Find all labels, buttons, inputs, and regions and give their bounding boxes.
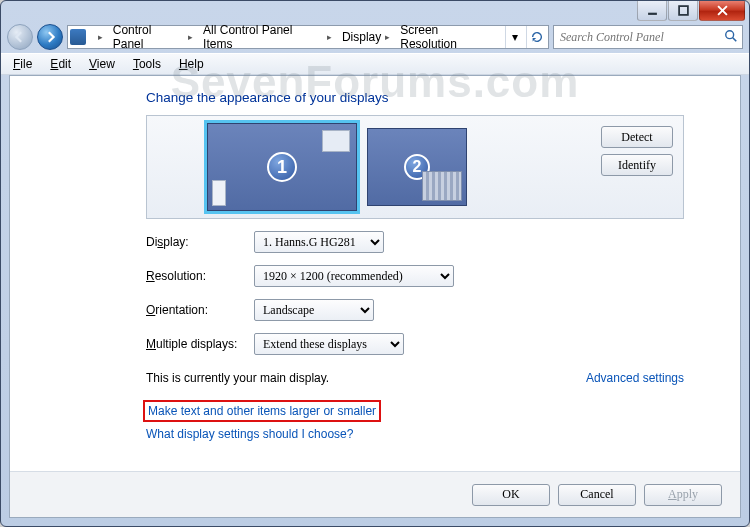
resolution-select[interactable]: 1920 × 1200 (recommended) [254,265,454,287]
svg-point-2 [726,30,734,38]
cancel-button[interactable]: Cancel [558,484,636,506]
dialog-footer: OK Cancel Apply [10,471,740,517]
highlight-box: Make text and other items larger or smal… [146,403,378,419]
menu-help[interactable]: Help [171,55,212,73]
display-label: Display: [146,235,246,249]
minimize-button[interactable] [637,1,667,21]
address-bar: ▸ Control Panel▸ All Control Panel Items… [1,21,749,53]
menu-tools[interactable]: Tools [125,55,169,73]
close-button[interactable] [699,1,745,21]
orientation-label: Orientation: [146,303,246,317]
breadcrumb-item[interactable]: All Control Panel Items▸ [199,26,336,48]
titlebar [1,1,749,21]
text-size-link[interactable]: Make text and other items larger or smal… [148,404,376,418]
identify-button[interactable]: Identify [601,154,673,176]
menu-bar: File Edit View Tools Help [1,53,749,75]
search-box[interactable] [553,25,743,49]
resolution-label: Resolution: [146,269,246,283]
control-panel-window: ▸ Control Panel▸ All Control Panel Items… [0,0,750,527]
nav-forward-button[interactable] [37,24,63,50]
svg-rect-0 [648,13,657,15]
menu-file[interactable]: File [5,55,40,73]
breadcrumb-item[interactable]: Screen Resolution [396,26,500,48]
breadcrumb-item[interactable]: Control Panel▸ [109,26,197,48]
breadcrumb-bar[interactable]: ▸ Control Panel▸ All Control Panel Items… [67,25,549,49]
monitor-number: 1 [267,152,297,182]
menu-edit[interactable]: Edit [42,55,79,73]
menu-view[interactable]: View [81,55,123,73]
detect-button[interactable]: Detect [601,126,673,148]
orientation-select[interactable]: Landscape [254,299,374,321]
multiple-displays-select[interactable]: Extend these displays [254,333,404,355]
maximize-button[interactable] [668,1,698,21]
nav-back-button[interactable] [7,24,33,50]
breadcrumb-label: Screen Resolution [400,23,496,51]
monitor-1[interactable]: 1 [207,123,357,211]
advanced-settings-link[interactable]: Advanced settings [586,371,684,385]
sidebar-thumbnail-icon [212,180,226,206]
window-thumbnail-icon [322,130,350,152]
search-icon[interactable] [724,29,738,46]
breadcrumb-label: Display [342,30,381,44]
search-input[interactable] [558,29,720,46]
display-select[interactable]: 1. Hanns.G HG281 [254,231,384,253]
multiple-displays-label: Multiple displays: [146,337,246,351]
calendar-gadget-icon [422,171,462,201]
ok-button[interactable]: OK [472,484,550,506]
page-heading: Change the appearance of your displays [146,90,684,105]
display-preview-panel: 1 2 Detect Identify [146,115,684,219]
refresh-button[interactable] [526,26,546,48]
breadcrumb-label: Control Panel [113,23,184,51]
help-link[interactable]: What display settings should I choose? [146,427,353,441]
control-panel-icon [70,29,86,45]
client-area: Change the appearance of your displays 1… [9,75,741,518]
path-dropdown-button[interactable]: ▾ [505,26,525,48]
apply-button[interactable]: Apply [644,484,722,506]
monitor-2[interactable]: 2 [367,128,467,206]
main-display-note: This is currently your main display. Adv… [146,371,684,385]
breadcrumb-item[interactable]: Display▸ [338,26,394,48]
svg-rect-1 [679,6,688,15]
breadcrumb-label: All Control Panel Items [203,23,323,51]
breadcrumb-item: ▸ [92,26,107,48]
